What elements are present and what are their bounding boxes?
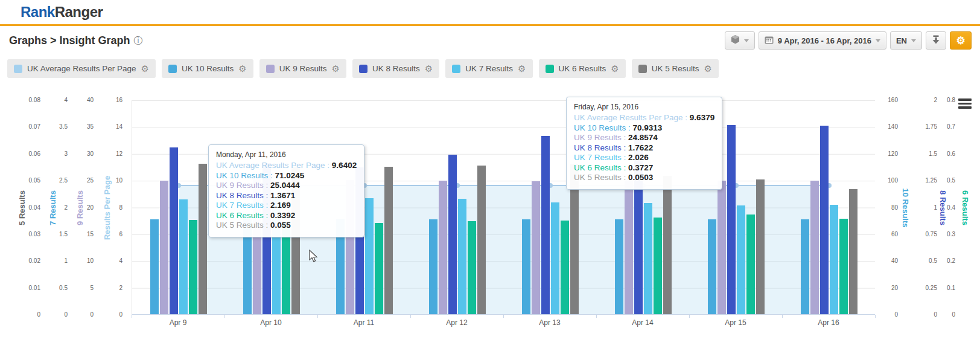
tooltip-row: UK 10 Results : 71.0245 (216, 171, 357, 181)
rankranger-logo[interactable]: RankRanger (21, 4, 103, 21)
bar-uk-9-results[interactable] (718, 181, 726, 314)
axis-tick-label: 0.02 (13, 258, 40, 264)
tooltip-series-value: 2.169 (270, 201, 291, 210)
bar-uk-10-results[interactable] (615, 219, 623, 314)
axis-tick-label: 0 (13, 312, 40, 318)
axis-tick-label: 0.5 (40, 285, 68, 291)
gear-icon[interactable]: ⚙ (238, 63, 246, 74)
download-icon (932, 35, 940, 46)
bar-uk-5-results[interactable] (477, 166, 486, 314)
axis-tick-label: 40 (66, 97, 94, 103)
legend-chip-uk-average-results-per-page[interactable]: UK Average Results Per Page⚙ (7, 59, 156, 78)
legend-chip-uk-7-results[interactable]: UK 7 Results⚙ (445, 59, 532, 78)
bar-uk-6-results[interactable] (189, 220, 197, 314)
x-axis-tick (503, 315, 504, 318)
page-title: Graphs > Insight Graph (9, 34, 130, 47)
logo-secondary: Ranger (55, 4, 103, 20)
tooltip-series-label: UK 7 Results : (574, 153, 628, 162)
bar-uk-8-results[interactable] (448, 155, 457, 314)
bar-uk-10-results[interactable] (522, 219, 530, 314)
axis-tick-label: 0.7 (937, 124, 955, 130)
bar-uk-10-results[interactable] (801, 219, 809, 314)
bar-uk-5-results[interactable] (849, 189, 858, 314)
bar-uk-6-results[interactable] (839, 219, 848, 314)
date-range-picker[interactable]: 9 Apr, 2016 - 16 Apr, 2016 (759, 31, 886, 50)
bar-uk-10-results[interactable] (150, 219, 159, 314)
tooltip-series-label: UK 5 Results : (574, 173, 628, 182)
bar-uk-5-results[interactable] (756, 179, 765, 314)
bar-uk-7-results[interactable] (644, 203, 652, 314)
bar-uk-7-results[interactable] (830, 205, 838, 314)
bar-uk-8-results[interactable] (727, 125, 736, 314)
x-axis-label-apr-10: Apr 10 (224, 318, 317, 327)
mouse-cursor (309, 250, 319, 263)
axis-tick-label: 0 (937, 312, 955, 318)
gear-icon[interactable]: ⚙ (425, 63, 433, 74)
legend-label: UK 8 Results (372, 64, 420, 73)
chart-menu-icon[interactable] (958, 98, 972, 111)
tooltip-series-value: 0.3392 (270, 211, 295, 220)
bar-uk-7-results[interactable] (365, 198, 374, 314)
x-axis-tick (317, 315, 318, 318)
legend-swatch (452, 65, 460, 73)
gear-icon[interactable]: ⚙ (141, 63, 149, 74)
bar-uk-9-results[interactable] (625, 181, 633, 314)
gear-icon: ⚙ (956, 34, 965, 47)
tooltip-series-label: UK 10 Results : (574, 123, 633, 132)
legend-chip-uk-9-results[interactable]: UK 9 Results⚙ (259, 59, 346, 78)
bar-uk-5-results[interactable] (663, 176, 672, 314)
tooltip-series-value: 70.9313 (633, 123, 663, 132)
bar-uk-8-results[interactable] (541, 136, 550, 314)
axis-tick-label: 12 (95, 151, 122, 157)
language-dropdown-button[interactable]: EN (890, 31, 922, 50)
bar-uk-9-results[interactable] (439, 181, 447, 314)
bar-uk-6-results[interactable] (746, 215, 755, 314)
bar-uk-6-results[interactable] (468, 221, 476, 314)
tooltip-series-label: UK 5 Results : (216, 221, 270, 230)
bar-uk-9-results[interactable] (532, 181, 540, 314)
axis-tick-label: 0 (40, 312, 68, 318)
bar-uk-7-results[interactable] (737, 205, 745, 314)
tooltip-date: Friday, Apr 15, 2016 (574, 103, 714, 111)
legend-chip-uk-8-results[interactable]: UK 8 Results⚙ (352, 59, 439, 78)
x-axis-tick (689, 315, 690, 318)
tooltip-series-value: 2.026 (628, 153, 649, 162)
gear-icon[interactable]: ⚙ (611, 63, 619, 74)
x-axis-label-apr-15: Apr 15 (689, 318, 782, 327)
bar-uk-9-results[interactable] (810, 181, 819, 314)
package-dropdown-button[interactable] (725, 31, 755, 50)
legend-label: UK 7 Results (465, 64, 513, 73)
bar-uk-7-results[interactable] (179, 199, 188, 314)
bar-uk-6-results[interactable] (561, 221, 569, 314)
info-icon[interactable]: ⓘ (134, 35, 143, 47)
axis-tick-label: 14 (95, 124, 122, 130)
tooltip-series-label: UK Average Results Per Page : (216, 161, 332, 170)
legend-label: UK Average Results Per Page (27, 64, 136, 73)
gear-icon[interactable]: ⚙ (332, 63, 340, 74)
axis-tick-label: 2 (95, 285, 122, 291)
axis-tick-label: 1.25 (919, 178, 937, 184)
download-button[interactable] (926, 31, 946, 50)
tooltip-series-value: 9.6402 (332, 161, 357, 170)
legend-chip-uk-5-results[interactable]: UK 5 Results⚙ (632, 59, 719, 78)
tooltip-series-value: 0.0503 (628, 173, 653, 182)
bar-uk-10-results[interactable] (429, 219, 438, 314)
settings-button[interactable]: ⚙ (950, 31, 972, 50)
legend-chip-uk-6-results[interactable]: UK 6 Results⚙ (539, 59, 626, 78)
bar-uk-10-results[interactable] (708, 219, 716, 314)
bar-uk-6-results[interactable] (375, 223, 383, 314)
bar-uk-6-results[interactable] (654, 218, 662, 314)
gear-icon[interactable]: ⚙ (518, 63, 526, 74)
bar-uk-9-results[interactable] (160, 181, 168, 314)
bar-uk-7-results[interactable] (551, 202, 559, 314)
bar-uk-8-results[interactable] (820, 126, 829, 314)
legend-chip-uk-10-results[interactable]: UK 10 Results⚙ (162, 59, 253, 78)
tooltip-series-label: UK Average Results Per Page : (574, 113, 690, 122)
bar-uk-5-results[interactable] (384, 167, 393, 314)
x-axis-label-apr-9: Apr 9 (132, 318, 224, 327)
bar-uk-5-results[interactable] (199, 164, 207, 314)
gear-icon[interactable]: ⚙ (704, 63, 712, 74)
x-axis-tick (224, 315, 225, 318)
bar-uk-7-results[interactable] (458, 199, 466, 314)
bar-uk-8-results[interactable] (170, 147, 178, 314)
